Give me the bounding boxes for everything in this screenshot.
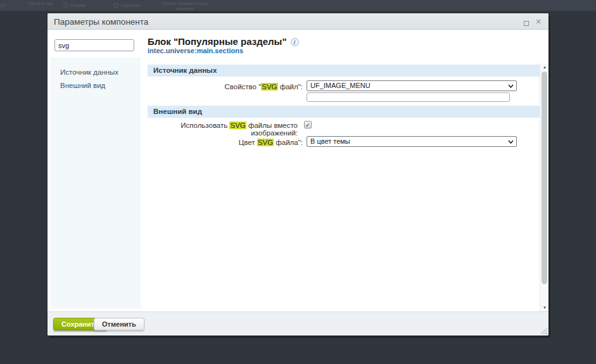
parameters-sidebar: Источник данных Внешний вид bbox=[51, 58, 141, 309]
resize-handle-icon[interactable] bbox=[540, 327, 547, 334]
scroll-down-button[interactable]: ▼ bbox=[540, 304, 549, 311]
section-title: Источник данных bbox=[153, 66, 217, 74]
topbar-item-label: Обучить нас bbox=[28, 1, 53, 6]
sidebar-item-label: Внешний вид bbox=[60, 82, 105, 89]
maximize-button[interactable] bbox=[522, 17, 531, 26]
component-parameters-dialog: Параметры компонента ✕ Источник данных В… bbox=[48, 13, 548, 336]
close-button[interactable]: ✕ bbox=[534, 17, 543, 26]
component-code-link[interactable]: intec.universe:main.sections bbox=[148, 47, 243, 54]
page-background: { "topbar": { "items": [ { "label": "SEO… bbox=[0, 0, 596, 364]
cancel-button[interactable]: Отменить bbox=[94, 318, 144, 330]
chevron-down-icon bbox=[508, 140, 514, 144]
select-value: В цвет темы bbox=[310, 137, 350, 145]
chat-bubble-icon bbox=[114, 3, 118, 8]
component-title-text: Блок "Популярные разделы" bbox=[148, 36, 287, 47]
top-toolbar: SEO Обучить нас Отзывы Сценарии Протести… bbox=[0, 0, 596, 11]
topbar-item-seo[interactable]: SEO bbox=[0, 3, 6, 8]
topbar-item-teach[interactable]: Обучить нас bbox=[24, 1, 57, 6]
parameter-search-input[interactable] bbox=[54, 39, 134, 51]
label-text: файлы вместо изображений: bbox=[246, 122, 298, 137]
svg-property-input[interactable] bbox=[307, 92, 510, 102]
parameters-scrollbar[interactable]: ▲ ▼ bbox=[540, 63, 548, 311]
section-header-appearance: Внешний вид bbox=[148, 106, 540, 118]
dialog-header[interactable]: Параметры компонента ✕ bbox=[48, 13, 548, 30]
topbar-item-label: Протестировать класс решения bbox=[162, 1, 208, 11]
topbar-item-label: Сценарии bbox=[120, 3, 141, 8]
label-text: файл": bbox=[278, 83, 303, 91]
label-text: файла": bbox=[274, 139, 303, 146]
circle-icon bbox=[63, 3, 68, 8]
topbar-item-reviews[interactable]: Отзывы bbox=[63, 3, 86, 8]
label-text: Цвет bbox=[239, 139, 257, 146]
topbar-item-scenarios[interactable]: Сценарии bbox=[114, 3, 141, 8]
scroll-up-icon: ▲ bbox=[543, 65, 547, 69]
search-highlight: SVG bbox=[257, 139, 274, 146]
maximize-icon bbox=[524, 21, 529, 26]
scroll-down-icon: ▼ bbox=[543, 306, 547, 310]
check-icon: ✓ bbox=[305, 122, 310, 129]
label-text: Использовать bbox=[181, 122, 229, 129]
svg-property-label: Свойство "SVG файл": bbox=[148, 83, 303, 91]
chevron-down-icon bbox=[508, 84, 514, 88]
section-header-data-source: Источник данных bbox=[148, 65, 540, 77]
scroll-up-button[interactable]: ▲ bbox=[540, 63, 549, 71]
dialog-title: Параметры компонента bbox=[54, 17, 148, 27]
scrollbar-thumb[interactable] bbox=[542, 72, 547, 284]
svg-color-select[interactable]: В цвет темы bbox=[307, 136, 517, 147]
select-value: UF_IMAGE_MENU bbox=[310, 82, 371, 89]
use-svg-label: Использовать SVG файлы вместо изображени… bbox=[148, 122, 298, 137]
info-icon[interactable]: i bbox=[291, 38, 299, 46]
topbar-item-label: SEO bbox=[0, 3, 6, 8]
search-highlight: SVG bbox=[229, 122, 246, 129]
search-highlight: SVG bbox=[261, 83, 277, 91]
component-title: Блок "Популярные разделы"i bbox=[148, 36, 299, 47]
sidebar-item-appearance[interactable]: Внешний вид bbox=[60, 79, 141, 92]
svg-color-label: Цвет SVG файла": bbox=[148, 139, 303, 146]
section-title: Внешний вид bbox=[153, 108, 202, 115]
close-icon: ✕ bbox=[535, 18, 541, 25]
use-svg-checkbox[interactable]: ✓ bbox=[304, 121, 312, 129]
label-text: Свойство " bbox=[224, 83, 261, 91]
svg-property-select[interactable]: UF_IMAGE_MENU bbox=[307, 80, 517, 91]
topbar-item-test-solution[interactable]: Протестировать класс решения bbox=[160, 1, 210, 11]
dialog-footer: Сохранить Отменить bbox=[48, 311, 548, 336]
topbar-item-label: Отзывы bbox=[70, 3, 86, 8]
sidebar-item-label: Источник данных bbox=[60, 68, 118, 76]
sidebar-item-data-source[interactable]: Источник данных bbox=[60, 66, 141, 79]
